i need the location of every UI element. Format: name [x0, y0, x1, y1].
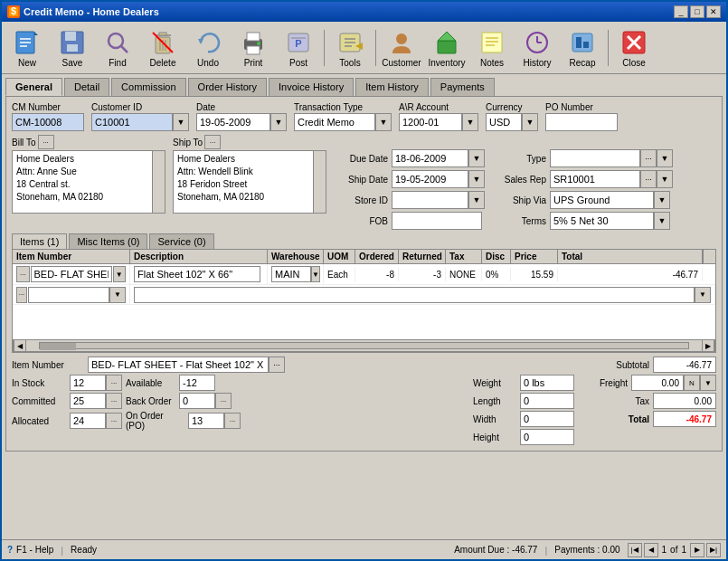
ar-account-btn[interactable]: ▼ — [462, 113, 478, 131]
back-order-btn[interactable]: ··· — [215, 393, 232, 409]
allocated-btn[interactable]: ··· — [106, 413, 122, 429]
item-number-dropdown[interactable]: ▼ — [113, 266, 127, 282]
item-number-cell[interactable] — [31, 266, 112, 282]
sub-tab-items[interactable]: Items (1) — [12, 233, 67, 249]
tab-general[interactable]: General — [5, 78, 62, 96]
history-button[interactable]: History — [515, 24, 559, 71]
in-stock-input[interactable] — [70, 375, 106, 391]
total-value[interactable] — [653, 411, 716, 427]
item-row2-dots[interactable]: ··· — [16, 287, 27, 303]
table-row-empty[interactable]: ··· ▼ ▼ — [13, 285, 715, 305]
new-button[interactable]: New — [5, 24, 49, 71]
date-btn[interactable]: ▼ — [270, 113, 287, 131]
transaction-type-btn[interactable]: ▼ — [375, 113, 392, 131]
ship-to-scroll[interactable] — [313, 151, 326, 213]
first-page-btn[interactable]: |◀ — [628, 543, 642, 557]
bottom-item-btn[interactable]: ··· — [269, 357, 285, 373]
store-id-input[interactable] — [392, 191, 468, 209]
item2-dropdown[interactable]: ▼ — [109, 287, 126, 303]
width-input[interactable] — [520, 411, 574, 427]
maximize-button[interactable]: □ — [690, 5, 704, 18]
sub-tab-misc-items[interactable]: Misc Items (0) — [69, 233, 147, 249]
committed-input[interactable] — [70, 393, 106, 409]
items-scrollbar[interactable]: ◀ ▶ — [13, 339, 715, 352]
close-window-button[interactable]: ✕ — [706, 5, 721, 18]
ship-date-input[interactable] — [392, 170, 468, 188]
type-btn[interactable]: ··· — [640, 149, 657, 167]
scrollbar-thumb[interactable] — [40, 343, 76, 350]
post-button[interactable]: P Post — [277, 24, 320, 71]
transaction-type-input[interactable] — [294, 113, 375, 131]
on-order-input[interactable] — [188, 413, 224, 429]
delete-button[interactable]: Delete — [141, 24, 184, 71]
inventory-button[interactable]: Inventory — [425, 24, 468, 71]
description-cell[interactable] — [134, 266, 260, 282]
store-id-btn[interactable]: ▼ — [468, 191, 485, 209]
freight-dropdown-btn[interactable]: ▼ — [700, 375, 716, 391]
address-scroll[interactable] — [152, 151, 165, 213]
weight-input[interactable] — [520, 375, 574, 391]
scroll-right-btn[interactable]: ▶ — [702, 339, 714, 352]
customer-id-input[interactable] — [91, 113, 173, 131]
fob-input[interactable] — [392, 212, 482, 230]
desc2-dropdown[interactable]: ▼ — [695, 287, 711, 303]
due-date-input[interactable] — [392, 149, 468, 167]
table-row[interactable]: ··· ▼ ▼ Each — [13, 264, 715, 285]
bottom-item-input[interactable] — [88, 357, 269, 373]
in-stock-btn[interactable]: ··· — [106, 375, 122, 391]
po-number-input[interactable] — [545, 113, 618, 131]
last-page-btn[interactable]: ▶| — [706, 543, 721, 557]
length-input[interactable] — [520, 393, 574, 409]
date-input[interactable] — [196, 113, 270, 131]
warehouse-cell[interactable] — [271, 266, 311, 282]
ship-via-btn[interactable]: ▼ — [654, 191, 670, 209]
cm-number-input[interactable] — [12, 113, 84, 131]
ship-via-input[interactable] — [550, 191, 654, 209]
sales-rep-dots-btn[interactable]: ··· — [640, 170, 657, 188]
scroll-left-btn[interactable]: ◀ — [14, 339, 26, 352]
type-input[interactable] — [550, 149, 640, 167]
notes-button[interactable]: Notes — [470, 24, 514, 71]
due-date-btn[interactable]: ▼ — [468, 149, 485, 167]
tax-value[interactable] — [653, 393, 716, 409]
type-dropdown-btn[interactable]: ▼ — [657, 149, 673, 167]
sales-rep-dropdown-btn[interactable]: ▼ — [657, 170, 673, 188]
terms-input[interactable] — [550, 212, 654, 230]
print-button[interactable]: Print — [232, 24, 275, 71]
next-page-btn[interactable]: ▶ — [690, 543, 704, 557]
tab-commission[interactable]: Commission — [111, 78, 186, 96]
ship-to-btn[interactable]: ··· — [204, 135, 221, 149]
back-order-input[interactable] — [179, 393, 215, 409]
committed-btn[interactable]: ··· — [106, 393, 122, 409]
tab-invoice-history[interactable]: Invoice History — [269, 78, 354, 96]
minimize-button[interactable]: _ — [674, 5, 688, 18]
warehouse-btn[interactable]: ▼ — [311, 266, 320, 282]
customer-button[interactable]: Customer — [380, 24, 423, 71]
tab-item-history[interactable]: Item History — [355, 78, 429, 96]
sub-tab-service[interactable]: Service (0) — [149, 233, 213, 249]
bill-to-btn[interactable]: ··· — [38, 135, 54, 149]
on-order-btn[interactable]: ··· — [224, 413, 241, 429]
close-button[interactable]: Close — [612, 24, 656, 71]
tab-order-history[interactable]: Order History — [188, 78, 267, 96]
item-number-cell2[interactable] — [28, 287, 109, 303]
item-row-dots[interactable]: ··· — [16, 266, 30, 282]
ar-account-input[interactable] — [399, 113, 462, 131]
scrollbar-track[interactable] — [39, 342, 689, 349]
tab-payments[interactable]: Payments — [430, 78, 495, 96]
sales-rep-input[interactable] — [550, 170, 640, 188]
allocated-input[interactable] — [70, 413, 106, 429]
find-button[interactable]: Find — [96, 24, 139, 71]
height-input[interactable] — [520, 429, 574, 445]
save-button[interactable]: Save — [51, 24, 94, 71]
ship-date-btn[interactable]: ▼ — [468, 170, 485, 188]
customer-id-btn[interactable]: ▼ — [173, 113, 189, 131]
available-input[interactable] — [179, 375, 215, 391]
freight-value[interactable] — [631, 375, 684, 391]
recap-button[interactable]: Recap — [561, 24, 604, 71]
scroll-top[interactable] — [703, 250, 715, 263]
currency-input[interactable] — [486, 113, 522, 131]
subtotal-value[interactable] — [653, 357, 716, 373]
undo-button[interactable]: Undo — [186, 24, 230, 71]
tab-detail[interactable]: Detail — [64, 78, 109, 96]
